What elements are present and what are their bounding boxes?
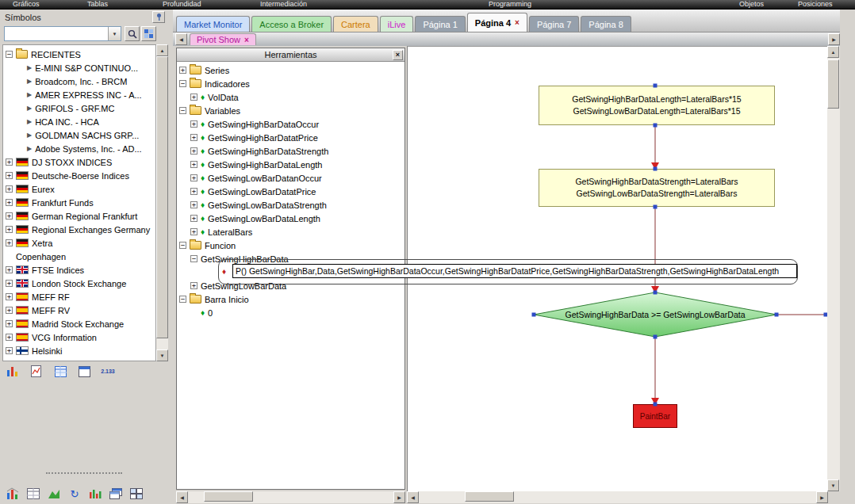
search-button[interactable] bbox=[125, 26, 140, 41]
workspace-button[interactable] bbox=[75, 363, 94, 380]
tool-item-lateralbars[interactable]: +♦LateralBars bbox=[177, 225, 404, 239]
expander-plus-icon[interactable]: + bbox=[190, 120, 197, 128]
flow-node-paintbar[interactable]: PaintBar bbox=[633, 404, 677, 428]
symbol-item-vcg-information[interactable]: +VCG Information bbox=[3, 330, 155, 344]
symbol-item-amer-express-inc-a[interactable]: +▶AMER EXPRESS INC - A... bbox=[3, 88, 155, 101]
tab-market-monitor[interactable]: Market Monitor bbox=[176, 16, 250, 32]
quote-board-button[interactable] bbox=[51, 363, 70, 380]
symbol-item-grifols-grf-mc[interactable]: +▶GRIFOLS - GRF.MC bbox=[3, 101, 155, 115]
expander-plus-icon[interactable]: + bbox=[6, 226, 13, 233]
symbol-counter-button[interactable]: 2.133 bbox=[98, 363, 117, 380]
scrollbar-thumb[interactable] bbox=[465, 491, 514, 502]
tool-item-getswinghighbardatalength[interactable]: +♦GetSwingHighBarDataLength bbox=[177, 158, 404, 171]
expander-plus-icon[interactable]: + bbox=[190, 161, 197, 168]
tool-item-getswinglowbardatastrength[interactable]: +♦GetSwingLowBarDataStrength bbox=[177, 198, 404, 212]
tab-cartera[interactable]: Cartera bbox=[333, 16, 378, 32]
symbols-scrollbar[interactable]: ▲ ▼ bbox=[156, 44, 168, 361]
tools-panel-header[interactable]: Herramientas × bbox=[177, 48, 404, 62]
chart-report-button[interactable] bbox=[27, 363, 46, 380]
scroll-down-button[interactable]: ▼ bbox=[827, 479, 839, 491]
expander-minus-icon[interactable]: − bbox=[179, 296, 186, 303]
tab-acceso-a-broker[interactable]: Acceso a Broker bbox=[251, 16, 332, 32]
tab-pagina-4[interactable]: Página 4× bbox=[467, 13, 527, 32]
symbol-grid-button[interactable] bbox=[141, 26, 156, 41]
symbol-item-german-regional-frankfurt[interactable]: +German Regional Frankfurt bbox=[3, 209, 155, 223]
tool-item-getswinglowbardata[interactable]: +GetSwingLowBarData bbox=[177, 279, 404, 292]
scrollbar-thumb[interactable] bbox=[204, 491, 253, 502]
new-table-button[interactable] bbox=[24, 485, 43, 502]
symbol-item-meff-rf[interactable]: +MEFF RF bbox=[3, 290, 155, 304]
chart-shortcut-button[interactable] bbox=[3, 363, 22, 380]
cascade-windows-button[interactable] bbox=[106, 485, 125, 502]
panel-splitter-handle[interactable] bbox=[46, 472, 122, 474]
expander-plus-icon[interactable]: + bbox=[6, 185, 13, 193]
expander-plus-icon[interactable]: + bbox=[190, 147, 197, 155]
symbol-search-input[interactable] bbox=[6, 28, 107, 40]
tool-item-getswinghighbardatastrength[interactable]: +♦GetSwingHighBarDataStrength bbox=[177, 144, 404, 158]
subtab-scroll-left-button[interactable]: ◀ bbox=[175, 33, 187, 45]
menu-programming[interactable]: Programming bbox=[489, 0, 531, 9]
scrollbar-track[interactable] bbox=[188, 491, 393, 503]
symbol-item-regional-exchanges-germany[interactable]: +Regional Exchanges Germany bbox=[3, 223, 155, 236]
expander-minus-icon[interactable]: − bbox=[179, 80, 186, 87]
symbol-item-copenhagen[interactable]: +Copenhagen bbox=[3, 250, 155, 263]
expander-minus-icon[interactable]: − bbox=[6, 51, 13, 58]
symbol-item-ftse-indices[interactable]: +FTSE Indices bbox=[3, 263, 155, 277]
subtab-pivot-show[interactable]: Pivot Show × bbox=[190, 33, 256, 45]
menu-objetos[interactable]: Objetos bbox=[739, 0, 764, 9]
expander-plus-icon[interactable]: + bbox=[190, 282, 197, 289]
expander-plus-icon[interactable]: + bbox=[190, 94, 197, 101]
tool-item-getswinghighbardatatprice[interactable]: +♦GetSwingHighBarDatatPrice bbox=[177, 131, 404, 144]
refresh-button[interactable]: ↻ bbox=[65, 485, 84, 502]
canvas-horizontal-scrollbar[interactable]: ◀ ▶ bbox=[407, 491, 828, 503]
subtab-close-icon[interactable]: × bbox=[244, 36, 249, 44]
scroll-right-button[interactable]: ▶ bbox=[816, 491, 828, 503]
tool-item-getswinghighbardataoccur[interactable]: +♦GetSwingHighBarDataOccur bbox=[177, 117, 404, 131]
scroll-left-button[interactable]: ◀ bbox=[176, 491, 188, 503]
expander-plus-icon[interactable]: + bbox=[190, 174, 197, 181]
scrollbar-track[interactable] bbox=[156, 56, 168, 349]
subtab-scroll-right-button[interactable]: ▶ bbox=[828, 33, 840, 45]
symbol-item-broadcom-inc-brcm[interactable]: +▶Broadcom, Inc. - BRCM bbox=[3, 74, 155, 88]
new-chart-button[interactable] bbox=[3, 485, 22, 502]
expander-plus-icon[interactable]: + bbox=[6, 199, 13, 206]
symbol-item-meff-rv[interactable]: +MEFF RV bbox=[3, 304, 155, 317]
tool-item-barra-inicio[interactable]: −Barra Inicio bbox=[177, 292, 404, 306]
expander-plus-icon[interactable]: + bbox=[6, 347, 13, 354]
menu-tablas[interactable]: Tablas bbox=[87, 0, 108, 9]
tools-close-button[interactable]: × bbox=[393, 50, 403, 60]
menu-profundidad[interactable]: Profundidad bbox=[163, 0, 201, 9]
expander-plus-icon[interactable]: + bbox=[190, 215, 197, 222]
expander-plus-icon[interactable]: + bbox=[6, 266, 13, 273]
expander-plus-icon[interactable]: + bbox=[6, 158, 13, 166]
expander-plus-icon[interactable]: + bbox=[190, 188, 197, 195]
expander-plus-icon[interactable]: + bbox=[6, 334, 13, 341]
symbol-item-e-mini-s-p-continuo[interactable]: +▶E-MINI S&P CONTINUO... bbox=[3, 61, 155, 74]
symbol-item-dj-stoxx-indices[interactable]: +DJ STOXX INDICES bbox=[3, 155, 155, 169]
scrollbar-thumb[interactable] bbox=[156, 56, 168, 338]
expander-plus-icon[interactable]: + bbox=[6, 280, 13, 287]
tab-pagina-8[interactable]: Página 8 bbox=[581, 16, 631, 32]
tool-item-getswinglowbardatatprice[interactable]: +♦GetSwingLowBarDatatPrice bbox=[177, 185, 404, 198]
symbol-item-london-stock-exchange[interactable]: +London Stock Exchange bbox=[3, 277, 155, 290]
expander-plus-icon[interactable]: + bbox=[179, 67, 186, 74]
expander-plus-icon[interactable]: + bbox=[190, 134, 197, 141]
flow-node-decision[interactable]: GetSwingHighBarData >= GetSwingLowBarDat… bbox=[539, 304, 772, 326]
symbol-item-goldman-sachs-grp[interactable]: +▶GOLDMAN SACHS GRP... bbox=[3, 128, 155, 142]
tab-pagina-7[interactable]: Página 7 bbox=[529, 16, 579, 32]
scroll-up-button[interactable]: ▲ bbox=[156, 44, 168, 56]
symbol-item-deutsche-boerse-indices[interactable]: +Deutsche-Boerse Indices bbox=[3, 169, 155, 182]
symbol-item-recientes[interactable]: −RECIENTES bbox=[3, 48, 155, 61]
scrollbar-track[interactable] bbox=[419, 491, 816, 503]
tool-item-series[interactable]: +Series bbox=[177, 63, 404, 77]
expander-plus-icon[interactable]: + bbox=[6, 293, 13, 300]
expander-plus-icon[interactable]: + bbox=[6, 172, 13, 179]
symbol-item-xetra[interactable]: +Xetra bbox=[3, 236, 155, 250]
symbol-item-madrid-stock-exchange[interactable]: +Madrid Stock Exchange bbox=[3, 317, 155, 330]
symbol-item-helsinki[interactable]: +Helsinki bbox=[3, 344, 155, 357]
tool-item-p-getswinghighbar-data-getswinghighbarda[interactable]: ♦P() GetSwingHighBar,Data,GetSwingHighBa… bbox=[177, 265, 404, 279]
tab-pagina-1[interactable]: Página 1 bbox=[415, 16, 465, 32]
tools-horizontal-scrollbar[interactable]: ◀ ▶ bbox=[176, 491, 405, 503]
scroll-left-button[interactable]: ◀ bbox=[407, 491, 419, 503]
flow-node-length-assign[interactable]: GetSwingHighBarDataLength=LateralBars*15… bbox=[539, 86, 775, 125]
